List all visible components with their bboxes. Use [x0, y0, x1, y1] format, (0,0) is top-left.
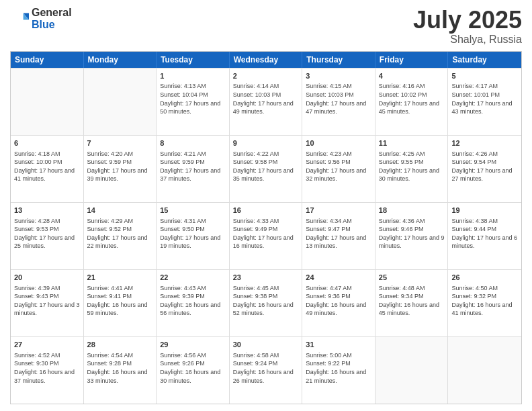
- day-number: 1: [160, 71, 226, 81]
- cal-cell-empty-4-6: [448, 337, 521, 404]
- day-number: 20: [14, 273, 80, 283]
- cal-header-saturday: Saturday: [448, 52, 521, 68]
- day-info: Sunrise: 4:26 AM Sunset: 9:54 PM Dayligh…: [451, 150, 518, 183]
- page: General Blue July 2025 Shalya, Russia Su…: [0, 0, 532, 411]
- day-number: 21: [87, 273, 153, 283]
- day-number: 5: [451, 71, 518, 81]
- day-info: Sunrise: 4:18 AM Sunset: 10:00 PM Daylig…: [14, 150, 80, 183]
- day-number: 24: [306, 273, 371, 283]
- calendar-header-row: SundayMondayTuesdayWednesdayThursdayFrid…: [11, 52, 521, 68]
- cal-cell-4: 4Sunrise: 4:16 AM Sunset: 10:02 PM Dayli…: [375, 68, 449, 135]
- day-info: Sunrise: 4:15 AM Sunset: 10:03 PM Daylig…: [306, 82, 371, 116]
- day-number: 17: [306, 205, 371, 216]
- cal-cell-6: 6Sunrise: 4:18 AM Sunset: 10:00 PM Dayli…: [11, 136, 84, 202]
- day-number: 11: [379, 138, 445, 148]
- cal-cell-30: 30Sunrise: 4:58 AM Sunset: 9:24 PM Dayli…: [230, 337, 303, 404]
- day-number: 25: [379, 273, 445, 283]
- cal-cell-24: 24Sunrise: 4:47 AM Sunset: 9:36 PM Dayli…: [302, 270, 375, 336]
- cal-cell-21: 21Sunrise: 4:41 AM Sunset: 9:41 PM Dayli…: [84, 270, 157, 336]
- day-info: Sunrise: 4:22 AM Sunset: 9:58 PM Dayligh…: [233, 150, 299, 183]
- cal-cell-23: 23Sunrise: 4:45 AM Sunset: 9:38 PM Dayli…: [230, 270, 303, 336]
- day-number: 8: [160, 138, 226, 148]
- logo-icon: [10, 9, 29, 28]
- cal-header-friday: Friday: [375, 52, 449, 68]
- day-number: 15: [160, 205, 226, 216]
- logo-blue-label: Blue: [32, 19, 72, 31]
- day-info: Sunrise: 4:25 AM Sunset: 9:55 PM Dayligh…: [379, 150, 445, 183]
- day-number: 29: [160, 340, 226, 350]
- title-location: Shalya, Russia: [413, 34, 522, 46]
- day-number: 14: [87, 205, 153, 216]
- day-info: Sunrise: 4:33 AM Sunset: 9:49 PM Dayligh…: [233, 217, 299, 250]
- logo-general-label: General: [32, 7, 72, 19]
- day-number: 3: [306, 71, 371, 81]
- day-info: Sunrise: 4:43 AM Sunset: 9:39 PM Dayligh…: [160, 284, 226, 318]
- logo: General Blue: [10, 7, 72, 30]
- day-number: 10: [306, 138, 371, 148]
- cal-cell-2: 2Sunrise: 4:14 AM Sunset: 10:03 PM Dayli…: [230, 68, 303, 135]
- day-info: Sunrise: 4:29 AM Sunset: 9:52 PM Dayligh…: [87, 217, 153, 250]
- logo-text: General Blue: [32, 7, 72, 30]
- day-info: Sunrise: 4:21 AM Sunset: 9:59 PM Dayligh…: [160, 150, 226, 183]
- day-number: 6: [14, 138, 80, 148]
- cal-cell-13: 13Sunrise: 4:28 AM Sunset: 9:53 PM Dayli…: [11, 203, 84, 269]
- cal-cell-19: 19Sunrise: 4:38 AM Sunset: 9:44 PM Dayli…: [448, 203, 521, 269]
- day-info: Sunrise: 4:36 AM Sunset: 9:46 PM Dayligh…: [379, 217, 445, 250]
- day-info: Sunrise: 4:34 AM Sunset: 9:47 PM Dayligh…: [306, 217, 371, 250]
- day-number: 4: [379, 71, 445, 81]
- day-number: 22: [160, 273, 226, 283]
- day-info: Sunrise: 4:28 AM Sunset: 9:53 PM Dayligh…: [14, 217, 80, 250]
- day-info: Sunrise: 4:23 AM Sunset: 9:56 PM Dayligh…: [306, 150, 371, 183]
- header: General Blue July 2025 Shalya, Russia: [10, 7, 522, 46]
- day-info: Sunrise: 4:31 AM Sunset: 9:50 PM Dayligh…: [160, 217, 226, 250]
- cal-cell-18: 18Sunrise: 4:36 AM Sunset: 9:46 PM Dayli…: [375, 203, 449, 269]
- cal-cell-20: 20Sunrise: 4:39 AM Sunset: 9:43 PM Dayli…: [11, 270, 84, 336]
- day-number: 26: [451, 273, 518, 283]
- cal-header-thursday: Thursday: [302, 52, 375, 68]
- day-number: 31: [306, 340, 371, 350]
- cal-cell-22: 22Sunrise: 4:43 AM Sunset: 9:39 PM Dayli…: [157, 270, 230, 336]
- day-info: Sunrise: 4:50 AM Sunset: 9:32 PM Dayligh…: [451, 284, 518, 318]
- day-info: Sunrise: 4:48 AM Sunset: 9:34 PM Dayligh…: [379, 284, 445, 318]
- cal-cell-14: 14Sunrise: 4:29 AM Sunset: 9:52 PM Dayli…: [84, 203, 157, 269]
- day-info: Sunrise: 4:41 AM Sunset: 9:41 PM Dayligh…: [87, 284, 153, 318]
- day-number: 2: [233, 71, 299, 81]
- day-number: 30: [233, 340, 299, 350]
- day-info: Sunrise: 4:14 AM Sunset: 10:03 PM Daylig…: [233, 82, 299, 116]
- day-info: Sunrise: 4:39 AM Sunset: 9:43 PM Dayligh…: [14, 284, 80, 318]
- day-info: Sunrise: 4:52 AM Sunset: 9:30 PM Dayligh…: [14, 351, 80, 385]
- cal-cell-17: 17Sunrise: 4:34 AM Sunset: 9:47 PM Dayli…: [302, 203, 375, 269]
- title-area: July 2025 Shalya, Russia: [413, 7, 522, 46]
- cal-cell-15: 15Sunrise: 4:31 AM Sunset: 9:50 PM Dayli…: [157, 203, 230, 269]
- cal-cell-31: 31Sunrise: 5:00 AM Sunset: 9:22 PM Dayli…: [302, 337, 375, 404]
- cal-cell-empty-0-1: [84, 68, 157, 135]
- title-month: July 2025: [413, 7, 522, 34]
- day-info: Sunrise: 4:13 AM Sunset: 10:04 PM Daylig…: [160, 82, 226, 116]
- day-info: Sunrise: 4:20 AM Sunset: 9:59 PM Dayligh…: [87, 150, 153, 183]
- cal-cell-8: 8Sunrise: 4:21 AM Sunset: 9:59 PM Daylig…: [157, 136, 230, 202]
- calendar-body: 1Sunrise: 4:13 AM Sunset: 10:04 PM Dayli…: [11, 68, 521, 404]
- cal-cell-5: 5Sunrise: 4:17 AM Sunset: 10:01 PM Dayli…: [448, 68, 521, 135]
- cal-cell-empty-4-5: [375, 337, 449, 404]
- cal-header-monday: Monday: [84, 52, 157, 68]
- cal-cell-16: 16Sunrise: 4:33 AM Sunset: 9:49 PM Dayli…: [230, 203, 303, 269]
- cal-cell-28: 28Sunrise: 4:54 AM Sunset: 9:28 PM Dayli…: [84, 337, 157, 404]
- cal-week-1: 1Sunrise: 4:13 AM Sunset: 10:04 PM Dayli…: [11, 68, 521, 135]
- day-info: Sunrise: 4:38 AM Sunset: 9:44 PM Dayligh…: [451, 217, 518, 250]
- cal-week-2: 6Sunrise: 4:18 AM Sunset: 10:00 PM Dayli…: [11, 135, 521, 202]
- cal-cell-29: 29Sunrise: 4:56 AM Sunset: 9:26 PM Dayli…: [157, 337, 230, 404]
- day-number: 19: [451, 205, 518, 216]
- cal-header-wednesday: Wednesday: [230, 52, 303, 68]
- cal-cell-11: 11Sunrise: 4:25 AM Sunset: 9:55 PM Dayli…: [375, 136, 449, 202]
- cal-cell-7: 7Sunrise: 4:20 AM Sunset: 9:59 PM Daylig…: [84, 136, 157, 202]
- cal-cell-12: 12Sunrise: 4:26 AM Sunset: 9:54 PM Dayli…: [448, 136, 521, 202]
- day-info: Sunrise: 4:54 AM Sunset: 9:28 PM Dayligh…: [87, 351, 153, 385]
- day-number: 18: [379, 205, 445, 216]
- day-info: Sunrise: 4:45 AM Sunset: 9:38 PM Dayligh…: [233, 284, 299, 318]
- day-info: Sunrise: 4:58 AM Sunset: 9:24 PM Dayligh…: [233, 351, 299, 385]
- day-number: 12: [451, 138, 518, 148]
- cal-week-3: 13Sunrise: 4:28 AM Sunset: 9:53 PM Dayli…: [11, 202, 521, 269]
- cal-cell-3: 3Sunrise: 4:15 AM Sunset: 10:03 PM Dayli…: [302, 68, 375, 135]
- day-info: Sunrise: 4:47 AM Sunset: 9:36 PM Dayligh…: [306, 284, 371, 318]
- cal-cell-9: 9Sunrise: 4:22 AM Sunset: 9:58 PM Daylig…: [230, 136, 303, 202]
